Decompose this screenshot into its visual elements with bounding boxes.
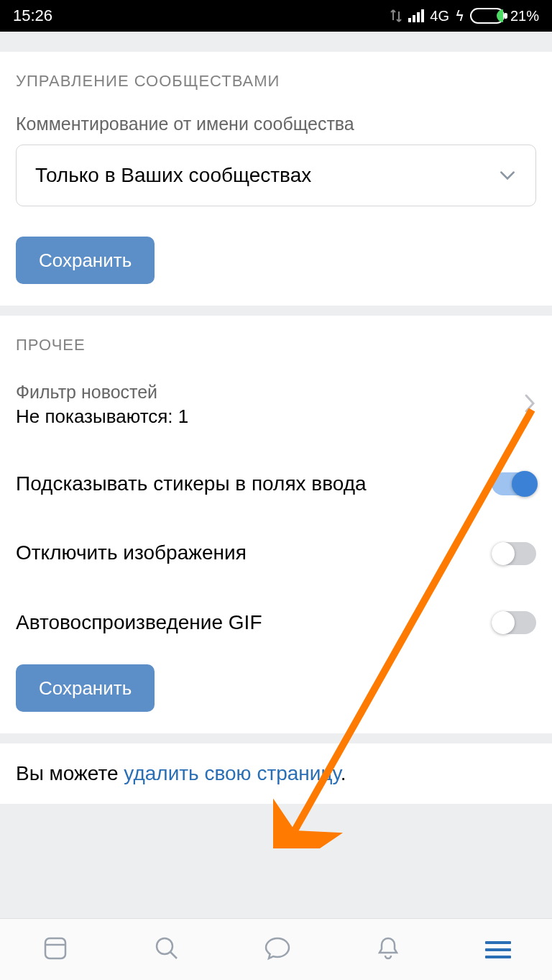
other-section: ПРОЧЕЕ Фильтр новостей Не показываются: … [0,316,552,733]
images-toggle[interactable] [492,542,536,565]
images-label: Отключить изображения [16,540,247,566]
hamburger-icon [485,941,511,958]
charging-icon: ϟ [455,7,464,24]
chevron-right-icon [523,393,536,417]
battery-percent: 21% [510,8,539,24]
gif-row: Автовоспроизведение GIF [16,588,536,664]
svg-rect-1 [45,938,65,958]
communities-section: УПРАВЛЕНИЕ СООБЩЕСТВАМИ Комментирование … [0,52,552,306]
select-value: Только в Ваших сообществах [35,164,311,187]
tab-notifications[interactable] [374,934,402,966]
save-button[interactable]: Сохранить [16,664,155,712]
svg-line-4 [170,952,177,958]
filter-label: Фильтр новостей [16,382,188,403]
gif-toggle[interactable] [492,611,536,634]
delete-page-link[interactable]: удалить свою страницу [124,762,340,784]
section-header: УПРАВЛЕНИЕ СООБЩЕСТВАМИ [16,72,536,91]
status-right: 4G ϟ 21% [390,7,539,24]
save-button[interactable]: Сохранить [16,237,155,284]
battery-icon [470,8,505,24]
stickers-label: Подсказывать стикеры в полях ввода [16,471,367,497]
delete-section: Вы можете удалить свою страницу. [0,743,552,804]
status-bar: 15:26 4G ϟ 21% [0,0,552,32]
status-time: 15:26 [13,6,52,25]
section-header: ПРОЧЕЕ [16,336,536,354]
stickers-row: Подсказывать стикеры в полях ввода [16,449,536,518]
svg-point-3 [157,938,172,954]
images-row: Отключить изображения [16,518,536,587]
tab-search[interactable] [152,934,181,966]
gif-label: Автовоспроизведение GIF [16,610,262,636]
delete-suffix: . [341,762,346,784]
news-filter-row[interactable]: Фильтр новостей Не показываются: 1 [16,377,536,449]
chevron-down-icon [498,166,517,185]
network-label: 4G [430,8,449,24]
commenting-label: Комментирование от имени сообщества [16,114,536,134]
filter-value: Не показываются: 1 [16,406,188,428]
delete-prefix: Вы можете [16,762,124,784]
signal-icon [408,9,424,22]
tab-menu[interactable] [485,941,511,958]
tab-messages[interactable] [263,934,292,966]
tab-bar [0,918,552,980]
commenting-select[interactable]: Только в Ваших сообществах [16,145,536,206]
tab-news[interactable] [41,934,70,966]
stickers-toggle[interactable] [492,472,536,495]
data-transfer-icon [390,9,402,23]
